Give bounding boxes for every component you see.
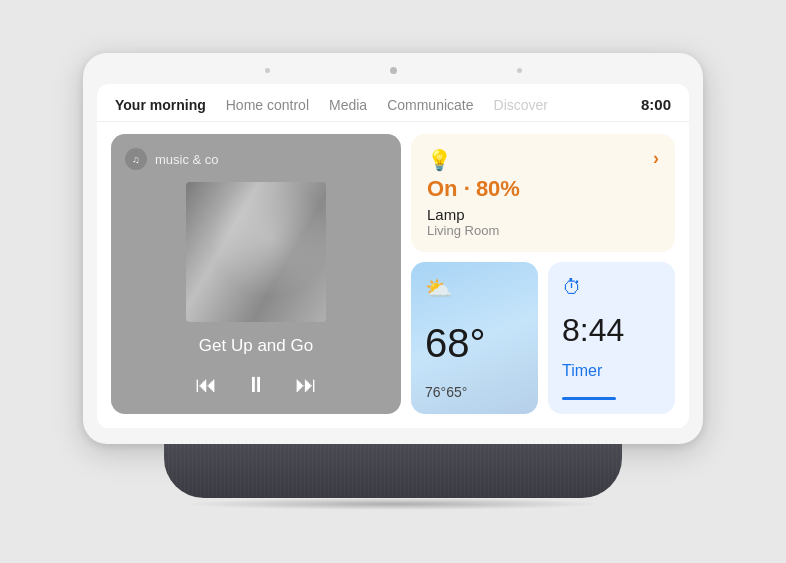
next-button[interactable]: ⏭ bbox=[295, 372, 317, 398]
lamp-chevron-icon[interactable]: › bbox=[653, 148, 659, 169]
music-header: ♫ music & co bbox=[125, 148, 387, 170]
right-column: 💡 › On · 80% Lamp Living Room ⛅ bbox=[411, 134, 675, 414]
fabric-texture bbox=[164, 444, 623, 498]
lamp-card[interactable]: 💡 › On · 80% Lamp Living Room bbox=[411, 134, 675, 252]
timer-time: 8:44 bbox=[562, 312, 661, 349]
nav-discover[interactable]: Discover bbox=[494, 97, 548, 113]
lamp-status: On · 80% bbox=[427, 176, 659, 202]
weather-low: 65° bbox=[446, 384, 467, 400]
timer-minutes: 44 bbox=[589, 312, 625, 348]
timer-icon: ⏱ bbox=[562, 276, 661, 299]
weather-icon: ⛅ bbox=[425, 276, 452, 302]
music-service-icon: ♫ bbox=[125, 148, 147, 170]
timer-card[interactable]: ⏱ 8:44 Timer bbox=[548, 262, 675, 414]
prev-button[interactable]: ⏮ bbox=[195, 372, 217, 398]
lamp-room: Living Room bbox=[427, 223, 659, 238]
music-service-name: music & co bbox=[155, 152, 219, 167]
song-title: Get Up and Go bbox=[199, 336, 313, 356]
weather-range: 76°65° bbox=[425, 384, 524, 400]
nav-bar: Your morning Home control Media Communic… bbox=[97, 84, 689, 122]
nav-your-morning[interactable]: Your morning bbox=[115, 97, 206, 113]
bottom-row: ⛅ 68° 76°65° ⏱ 8:44 bbox=[411, 262, 675, 414]
lamp-icon: 💡 bbox=[427, 148, 452, 172]
play-pause-button[interactable]: ⏸ bbox=[245, 372, 267, 398]
camera-dot-left bbox=[265, 68, 270, 73]
speaker-shadow bbox=[182, 498, 604, 510]
music-card[interactable]: ♫ music & co Get Up and Go ⏮ ⏸ ⏭ bbox=[111, 134, 401, 414]
mic-dot bbox=[390, 67, 397, 74]
camera-dot-right bbox=[517, 68, 522, 73]
timer-hours: 8 bbox=[562, 312, 580, 348]
weather-high: 76° bbox=[425, 384, 446, 400]
content-area: ♫ music & co Get Up and Go ⏮ ⏸ ⏭ bbox=[97, 122, 689, 428]
lamp-top: 💡 › bbox=[427, 148, 659, 172]
screen-housing: Your morning Home control Media Communic… bbox=[83, 53, 703, 444]
camera-row bbox=[97, 67, 689, 74]
lamp-name: Lamp bbox=[427, 206, 659, 223]
weather-temperature: 68° bbox=[425, 321, 524, 366]
nav-home-control[interactable]: Home control bbox=[226, 97, 309, 113]
nav-media[interactable]: Media bbox=[329, 97, 367, 113]
weather-card[interactable]: ⛅ 68° 76°65° bbox=[411, 262, 538, 414]
screen: Your morning Home control Media Communic… bbox=[97, 84, 689, 428]
nav-communicate[interactable]: Communicate bbox=[387, 97, 473, 113]
timer-progress-bar bbox=[562, 397, 616, 400]
speaker-base bbox=[164, 444, 623, 498]
weather-top: ⛅ bbox=[425, 276, 524, 302]
album-art bbox=[186, 182, 326, 322]
playback-controls: ⏮ ⏸ ⏭ bbox=[195, 372, 317, 398]
nav-time: 8:00 bbox=[641, 96, 671, 113]
device-wrapper: Your morning Home control Media Communic… bbox=[83, 53, 703, 510]
timer-colon: : bbox=[580, 312, 589, 348]
timer-label: Timer bbox=[562, 362, 661, 380]
